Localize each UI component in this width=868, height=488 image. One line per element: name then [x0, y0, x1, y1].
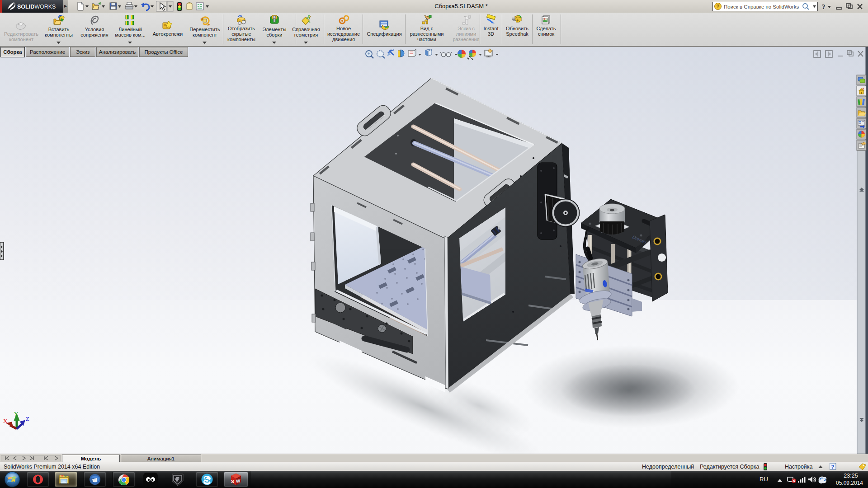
svg-text:!: !	[517, 19, 518, 23]
svg-text:S: S	[231, 479, 234, 484]
svg-text:?: ?	[717, 4, 720, 9]
svg-text:?: ?	[822, 3, 826, 10]
svg-text:?: ?	[831, 464, 835, 469]
svg-text:Z: Z	[26, 415, 29, 422]
svg-text:W: W	[236, 478, 241, 483]
svg-text:Y: Y	[14, 410, 19, 417]
svg-text:X: X	[3, 418, 8, 424]
svg-text:SOLIDWORKS: SOLIDWORKS	[17, 4, 56, 10]
svg-text:Поиск в Справке по SolidWorks: Поиск в Справке по SolidWorks	[724, 4, 799, 9]
